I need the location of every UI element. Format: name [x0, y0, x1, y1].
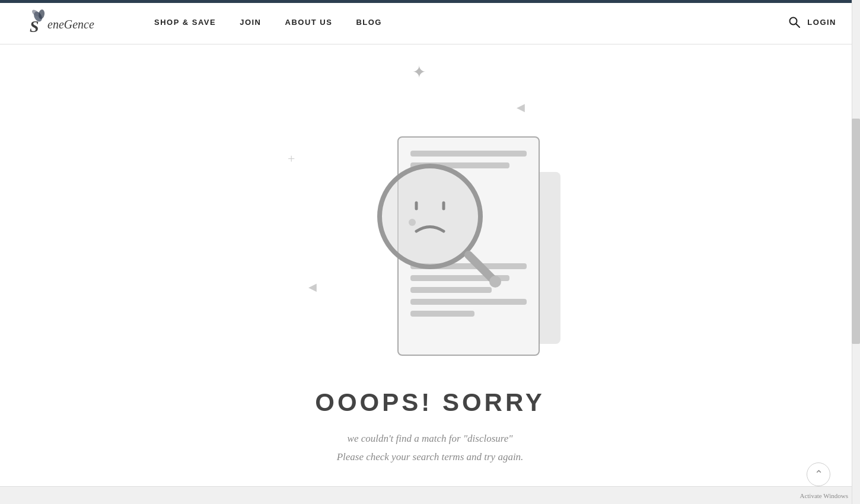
deco-arrow-1: ◀ — [517, 101, 525, 114]
doc-line-6 — [410, 299, 527, 305]
nav-about-us[interactable]: ABOUT US — [285, 18, 333, 27]
top-bar — [0, 0, 860, 3]
error-subtitle: we couldn't find a match for "disclosure… — [315, 430, 545, 466]
error-line-1: we couldn't find a match for "disclosure… — [348, 433, 513, 444]
svg-text:S: S — [30, 17, 39, 36]
magnifier — [374, 160, 504, 291]
chevron-up-icon: ⌃ — [814, 468, 823, 481]
svg-point-12 — [489, 276, 501, 288]
main-nav: SHOP & SAVE JOIN ABOUT US BLOG — [154, 18, 788, 27]
login-button[interactable]: LOGIN — [807, 18, 836, 27]
scrollbar-thumb[interactable] — [852, 119, 860, 344]
deco-arrow-2: ◀ — [308, 280, 317, 294]
windows-activate-bar: Activate Windows — [0, 486, 860, 504]
error-illustration: ✦ ◀ + ✕ ◀ ✛ — [222, 56, 638, 365]
deco-plus-1: + — [288, 151, 295, 167]
windows-activate-text: Activate Windows — [800, 492, 848, 499]
error-text-section: OOOPS! SORRY we couldn't find a match fo… — [315, 388, 545, 466]
logo[interactable]: S eneGence — [24, 6, 119, 39]
error-title: OOOPS! SORRY — [315, 388, 545, 417]
scroll-top-button[interactable]: ⌃ — [807, 462, 830, 486]
svg-point-10 — [409, 219, 416, 226]
nav-shop-save[interactable]: SHOP & SAVE — [154, 18, 216, 27]
svg-line-6 — [797, 24, 800, 28]
doc-line-1 — [410, 151, 527, 157]
site-header: S eneGence SHOP & SAVE JOIN ABOUT US BLO… — [0, 0, 860, 44]
error-line-2: Please check your search terms and try a… — [337, 451, 524, 462]
search-icon[interactable] — [788, 16, 800, 28]
svg-point-5 — [790, 18, 797, 25]
nav-blog[interactable]: BLOG — [356, 18, 382, 27]
main-content: ✦ ◀ + ✕ ◀ ✛ — [0, 44, 860, 502]
scrollbar[interactable] — [852, 0, 860, 504]
header-right: LOGIN — [788, 16, 836, 28]
deco-star: ✦ — [412, 62, 426, 82]
svg-text:eneGence: eneGence — [47, 18, 94, 31]
svg-point-7 — [380, 166, 480, 267]
doc-line-7 — [410, 311, 474, 317]
nav-join[interactable]: JOIN — [240, 18, 261, 27]
